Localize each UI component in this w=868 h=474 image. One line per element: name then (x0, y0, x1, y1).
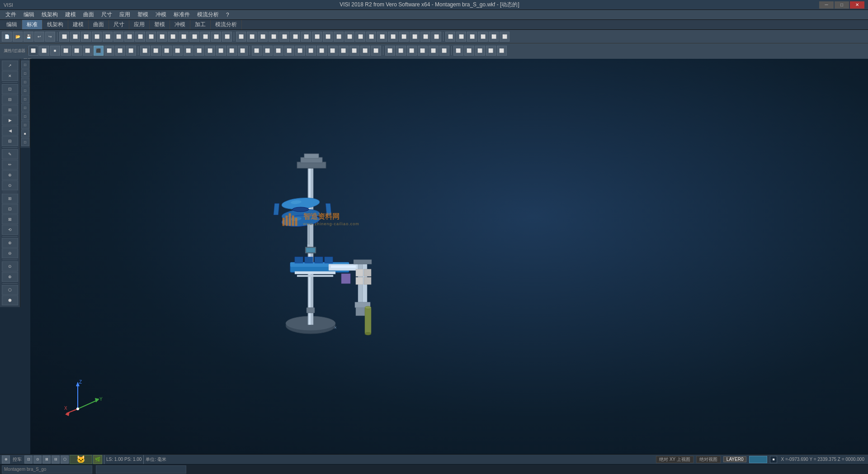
tab-die[interactable]: 冲模 (170, 20, 190, 29)
tool-11[interactable]: ⬜ (168, 32, 178, 42)
view-tool-2[interactable]: ⬜ (263, 46, 273, 56)
tool-29[interactable]: ⬜ (366, 32, 376, 42)
menu-surface[interactable]: 曲面 (80, 10, 98, 19)
side-btn-3[interactable]: ⊡ (2, 84, 18, 94)
wp-tool-1[interactable]: ⬜ (385, 46, 395, 56)
side-btn-8[interactable]: ⊟ (2, 136, 18, 146)
tab-modeling[interactable]: 建模 (68, 20, 89, 29)
color-swatch[interactable] (749, 456, 767, 463)
tool-21[interactable]: ⬜ (279, 32, 289, 42)
shape-tool-3[interactable]: ■ (50, 46, 60, 56)
img-tool-2[interactable]: ⬜ (151, 46, 161, 56)
sys-tool-4[interactable]: ⬜ (486, 46, 496, 56)
sr-btn-5[interactable]: □ (21, 95, 29, 103)
img-tool-7[interactable]: ⬜ (205, 46, 215, 56)
view-xy-label[interactable]: 绝对 XY 上视图 (656, 456, 693, 463)
tool-31[interactable]: ⬜ (388, 32, 398, 42)
side-btn-7[interactable]: ◀ (2, 126, 18, 136)
side-btn-19[interactable]: ⊙ (2, 261, 18, 271)
status-ctrl-6[interactable]: ⬡ (61, 455, 69, 464)
tool-20[interactable]: ⬜ (269, 32, 278, 42)
tab-surface[interactable]: 曲面 (89, 20, 109, 29)
status-ctrl-3[interactable]: ⊙ (33, 455, 42, 464)
side-btn-4[interactable]: ⊟ (2, 95, 18, 104)
tab-mold[interactable]: 塑模 (150, 20, 170, 29)
menu-edit[interactable]: 编辑 (20, 10, 38, 19)
tool-34[interactable]: ⬜ (420, 32, 430, 42)
view-label[interactable]: 绝对视图 (696, 456, 721, 463)
side-btn-21[interactable]: ⬡ (2, 285, 18, 295)
tool-27[interactable]: ⬜ (344, 32, 354, 42)
wp-tool-6[interactable]: ⬜ (439, 46, 449, 56)
view-tool-5[interactable]: ⬜ (295, 46, 305, 56)
tab-apply[interactable]: 应用 (129, 20, 150, 29)
img-tool-3[interactable]: ⬜ (162, 46, 172, 56)
shape-tool-4[interactable]: ⬜ (61, 46, 71, 56)
view-tool-10[interactable]: ⬜ (349, 46, 359, 56)
tool-35[interactable]: ⬜ (431, 32, 441, 42)
side-btn-9[interactable]: ✎ (2, 149, 18, 159)
tab-moldflow[interactable]: 模流分析 (211, 20, 242, 29)
tool-9[interactable]: ⬜ (146, 32, 156, 42)
menu-mold[interactable]: 塑模 (134, 10, 152, 19)
tab-machining[interactable]: 加工 (190, 20, 211, 29)
tool-38[interactable]: ⬜ (467, 32, 477, 42)
shape-tool-9[interactable]: ⬜ (115, 46, 125, 56)
side-btn-17[interactable]: ⊕ (2, 238, 18, 248)
shape-tool-5[interactable]: ⬜ (72, 46, 82, 56)
tool-8[interactable]: ⬜ (135, 32, 145, 42)
shape-tool-7[interactable]: ⬛ (94, 46, 104, 56)
view-tool-7[interactable]: ⬜ (317, 46, 327, 56)
tool-1[interactable]: ⬜ (59, 32, 69, 42)
tool-10[interactable]: ⬜ (157, 32, 167, 42)
sr-btn-8[interactable]: □ (21, 121, 29, 129)
tool-37[interactable]: ⬜ (456, 32, 466, 42)
restore-button[interactable]: □ (835, 1, 849, 9)
tool-16[interactable]: ⬜ (222, 32, 232, 42)
swatch-btn[interactable]: ■ (770, 456, 777, 463)
tool-3[interactable]: ⬜ (81, 32, 91, 42)
tool-2[interactable]: ⬜ (70, 32, 80, 42)
menu-standard[interactable]: 标准件 (170, 10, 193, 19)
side-btn-2[interactable]: ✕ (2, 71, 18, 81)
save-btn[interactable]: 💾 (24, 32, 33, 42)
status-ctrl-2[interactable]: ⊡ (24, 455, 33, 464)
img-tool-1[interactable]: ⬜ (140, 46, 150, 56)
sr-btn-9[interactable]: ■ (21, 129, 29, 137)
side-btn-14[interactable]: ⊡ (2, 204, 18, 214)
sr-btn-6[interactable]: □ (21, 104, 29, 112)
wp-tool-2[interactable]: ⬜ (396, 46, 406, 56)
view-tool-12[interactable]: ⬜ (371, 46, 381, 56)
side-btn-15[interactable]: ⊠ (2, 214, 18, 224)
tab-standard[interactable]: 标准 (22, 20, 42, 29)
tab-edit[interactable]: 编辑 (2, 20, 22, 29)
tab-dimension[interactable]: 尺寸 (109, 20, 129, 29)
minimize-button[interactable]: ─ (819, 1, 834, 9)
view-tool-4[interactable]: ⬜ (284, 46, 294, 56)
tool-18[interactable]: ⬜ (247, 32, 257, 42)
side-btn-16[interactable]: ⟲ (2, 225, 18, 235)
side-btn-12[interactable]: ⊙ (2, 180, 18, 190)
undo-btn[interactable]: ↩ (34, 32, 44, 42)
side-btn-1[interactable]: ↗ (2, 61, 18, 71)
status-ctrl-5[interactable]: ⊟ (52, 455, 60, 464)
menu-modeling[interactable]: 建模 (61, 10, 80, 19)
tool-15[interactable]: ⬜ (211, 32, 221, 42)
status-ctrl-4[interactable]: ⊠ (42, 455, 51, 464)
redo-btn[interactable]: ↪ (45, 32, 55, 42)
sr-btn-4[interactable]: □ (21, 86, 29, 95)
side-btn-6[interactable]: ▶ (2, 115, 18, 125)
side-btn-20[interactable]: ⊕ (2, 272, 18, 282)
tool-41[interactable]: ⬜ (500, 32, 509, 42)
img-tool-4[interactable]: ⬜ (173, 46, 183, 56)
menu-die[interactable]: 冲模 (152, 10, 170, 19)
tool-23[interactable]: ⬜ (301, 32, 311, 42)
tool-4[interactable]: ⬜ (92, 32, 102, 42)
side-btn-10[interactable]: ✏ (2, 160, 18, 170)
wp-tool-4[interactable]: ⬜ (418, 46, 428, 56)
shape-tool-8[interactable]: ⬜ (104, 46, 114, 56)
menu-moldflow[interactable]: 模流分析 (193, 10, 222, 19)
img-tool-10[interactable]: ⬜ (238, 46, 248, 56)
tool-25[interactable]: ⬜ (323, 32, 333, 42)
tool-30[interactable]: ⬜ (377, 32, 387, 42)
